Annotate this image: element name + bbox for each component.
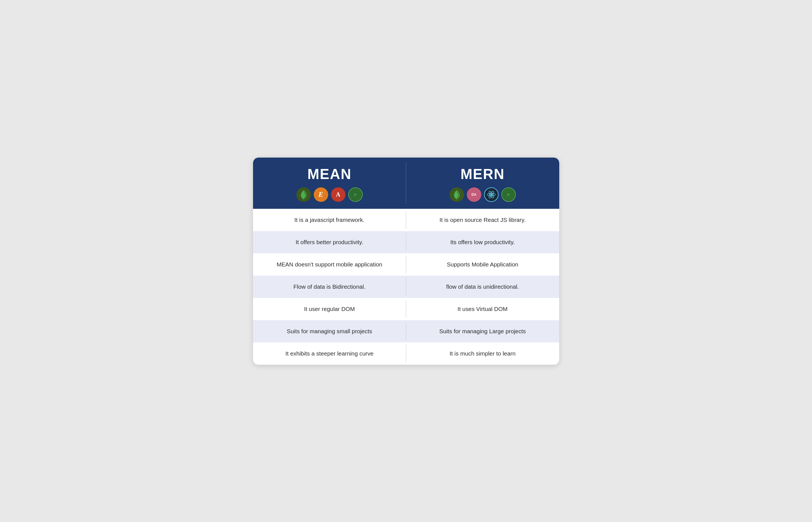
comparison-row-2: MEAN doesn't support mobile applicationS… bbox=[253, 253, 559, 276]
mean-title: MEAN bbox=[307, 166, 351, 182]
svg-point-2 bbox=[490, 194, 492, 196]
right-cell-1: Its offers low productivity. bbox=[406, 231, 559, 253]
mern-react-icon bbox=[484, 187, 499, 202]
left-cell-4: It user regular DOM bbox=[253, 298, 406, 320]
mern-express-icon: DA bbox=[467, 187, 481, 202]
right-cell-6: It is much simpler to learn bbox=[406, 342, 559, 365]
mean-angular-icon: A bbox=[331, 187, 345, 202]
comparison-row-0: It is a javascript framework.It is open … bbox=[253, 209, 559, 231]
left-cell-0: It is a javascript framework. bbox=[253, 209, 406, 231]
rows-container: It is a javascript framework.It is open … bbox=[253, 209, 559, 365]
mern-header: MERN DA bbox=[406, 158, 559, 209]
right-cell-3: flow of data is unidirectional. bbox=[406, 276, 559, 298]
comparison-row-5: Suits for managing small projectsSuits f… bbox=[253, 320, 559, 342]
mean-icons-row: E A js bbox=[297, 187, 363, 202]
right-cell-5: Suits for managing Large projects bbox=[406, 320, 559, 342]
comparison-row-1: It offers better productivity.Its offers… bbox=[253, 231, 559, 253]
mean-express-icon: E bbox=[314, 187, 328, 202]
comparison-row-3: Flow of data is Bidirectional.flow of da… bbox=[253, 276, 559, 298]
comparison-row-4: It user regular DOMIt uses Virtual DOM bbox=[253, 298, 559, 320]
mern-icons-row: DA js bbox=[450, 187, 516, 202]
mern-mongo-icon bbox=[450, 187, 464, 202]
right-cell-4: It uses Virtual DOM bbox=[406, 298, 559, 320]
left-cell-5: Suits for managing small projects bbox=[253, 320, 406, 342]
mern-title: MERN bbox=[461, 166, 505, 182]
mean-node-icon: js bbox=[348, 187, 363, 202]
mean-mongo-icon bbox=[297, 187, 311, 202]
comparison-row-6: It exhibits a steeper learning curveIt i… bbox=[253, 342, 559, 365]
mern-node-icon: js bbox=[501, 187, 516, 202]
comparison-card: MEAN E A bbox=[253, 158, 559, 365]
header-row: MEAN E A bbox=[253, 158, 559, 209]
left-cell-2: MEAN doesn't support mobile application bbox=[253, 253, 406, 276]
mean-header: MEAN E A bbox=[253, 158, 406, 209]
left-cell-6: It exhibits a steeper learning curve bbox=[253, 342, 406, 365]
right-cell-0: It is open source React JS library. bbox=[406, 209, 559, 231]
left-cell-3: Flow of data is Bidirectional. bbox=[253, 276, 406, 298]
left-cell-1: It offers better productivity. bbox=[253, 231, 406, 253]
right-cell-2: Supports Mobile Application bbox=[406, 253, 559, 276]
